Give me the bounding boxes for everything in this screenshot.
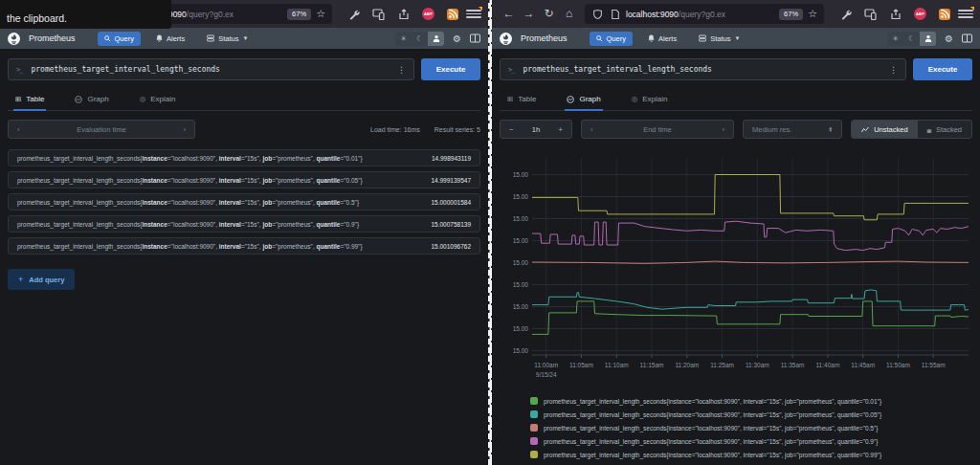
promql-input[interactable]: >_ prometheus_target_interval_length_sec…	[8, 58, 414, 80]
prometheus-logo	[8, 33, 20, 45]
chevron-right-icon[interactable]: ›	[184, 125, 187, 134]
graph-icon	[75, 96, 82, 103]
table-row[interactable]: prometheus_target_interval_length_second…	[8, 171, 480, 188]
nav-alerts-button[interactable]: Alerts	[641, 32, 683, 46]
table-row[interactable]: prometheus_target_interval_length_second…	[8, 215, 480, 232]
evaluation-time-input[interactable]: ‹ Evaluation time ›	[8, 120, 195, 139]
theme-toggle: ☀ ☾	[887, 32, 936, 46]
range-decrease-button[interactable]: −	[509, 125, 513, 134]
tab-table[interactable]: ⊞Table	[13, 91, 46, 111]
svg-text:15.00: 15.00	[513, 259, 529, 266]
devices-icon[interactable]	[864, 8, 877, 20]
rss-icon[interactable]	[447, 9, 458, 20]
reload-button[interactable]: ↻	[539, 4, 559, 24]
page-info-icon[interactable]	[609, 8, 621, 20]
menu-icon[interactable]	[466, 7, 481, 22]
zoom-level-badge[interactable]: 67%	[779, 9, 803, 20]
docs-icon[interactable]	[962, 30, 972, 47]
range-value: 1h	[532, 125, 540, 134]
theme-auto-button[interactable]	[920, 32, 936, 46]
legend-item[interactable]: prometheus_target_interval_length_second…	[530, 451, 972, 458]
promql-text: prometheus_target_interval_length_second…	[523, 65, 711, 74]
range-increase-button[interactable]: +	[559, 125, 563, 134]
table-icon: ⊞	[507, 95, 513, 103]
load-time-text: Load time: 16ms	[370, 126, 420, 133]
kebab-menu-icon[interactable]: ⋮	[889, 65, 898, 75]
legend-item[interactable]: prometheus_target_interval_length_second…	[530, 410, 972, 418]
theme-dark-button[interactable]: ☾	[412, 32, 428, 46]
adblock-plus-icon[interactable]: ABP	[914, 8, 926, 20]
bookmark-star-icon[interactable]: ☆	[316, 8, 325, 20]
legend-item[interactable]: prometheus_target_interval_length_second…	[530, 424, 972, 432]
result-series-text: Result series: 5	[434, 126, 480, 133]
forward-button[interactable]: →	[519, 4, 539, 24]
bell-icon	[648, 34, 655, 42]
table-row[interactable]: prometheus_target_interval_length_second…	[8, 193, 480, 210]
promql-input[interactable]: >_ prometheus_target_interval_length_sec…	[500, 58, 906, 80]
theme-light-button[interactable]: ☀	[395, 32, 412, 46]
wrench-icon[interactable]	[839, 8, 852, 20]
settings-gear-icon[interactable]: ⚙	[453, 33, 461, 44]
svg-text:15.00: 15.00	[513, 171, 529, 178]
legend-swatch	[530, 451, 538, 458]
end-time-input[interactable]: ‹ End time ›	[581, 120, 734, 139]
tab-graph[interactable]: Graph	[565, 91, 602, 111]
tab-table[interactable]: ⊞Table	[505, 91, 538, 111]
wrench-icon[interactable]	[347, 8, 360, 20]
nav-query-button[interactable]: Query	[590, 32, 633, 46]
status-icon	[207, 34, 214, 42]
tab-graph[interactable]: Graph	[73, 91, 110, 111]
tab-explain[interactable]: ◎Explain	[138, 91, 178, 111]
extension-icons: ABP	[839, 8, 950, 20]
legend-label: prometheus_target_interval_length_second…	[544, 398, 881, 405]
docs-icon[interactable]	[470, 30, 480, 47]
promql-text: prometheus_target_interval_length_second…	[31, 65, 219, 74]
time-series-chart[interactable]: 11:00am11:05am11:10am11:15am11:20am11:25…	[500, 150, 972, 386]
table-row[interactable]: prometheus_target_interval_length_second…	[8, 237, 480, 255]
add-query-button[interactable]: +Add query	[8, 269, 75, 290]
theme-dark-button[interactable]: ☾	[903, 32, 920, 46]
nav-status-menu[interactable]: Status▼	[692, 32, 746, 46]
execute-button[interactable]: Execute	[913, 58, 972, 80]
nav-query-button[interactable]: Query	[98, 32, 141, 46]
adblock-plus-icon[interactable]: ABP	[422, 8, 434, 20]
kebab-menu-icon[interactable]: ⋮	[397, 65, 406, 75]
home-button[interactable]: ⌂	[559, 4, 579, 24]
tab-explain[interactable]: ◎Explain	[630, 91, 670, 111]
browser-toolbar: ← → ↻ ⌂ localhost:9090/query?g0.ex 67% ☆…	[492, 0, 980, 28]
graph-icon	[567, 96, 574, 103]
chevron-right-icon[interactable]: ›	[722, 125, 724, 134]
menu-icon[interactable]	[958, 7, 973, 22]
legend-item[interactable]: prometheus_target_interval_length_second…	[530, 397, 972, 405]
devices-icon[interactable]	[372, 8, 385, 20]
bookmark-star-icon[interactable]: ☆	[808, 8, 817, 20]
rss-icon[interactable]	[939, 9, 950, 20]
theme-auto-button[interactable]	[428, 32, 444, 46]
url-bar[interactable]: localhost:9090/query?g0.ex 67% ☆	[585, 4, 824, 24]
shield-icon[interactable]	[591, 8, 604, 20]
nav-alerts-button[interactable]: Alerts	[149, 32, 191, 46]
nav-status-menu[interactable]: Status▼	[200, 32, 255, 46]
stacked-button[interactable]: ▄Stacked	[918, 121, 971, 138]
chevron-left-icon[interactable]: ‹	[17, 125, 20, 134]
svg-text:9/15/24: 9/15/24	[536, 371, 557, 378]
resolution-select[interactable]: Medium res. ▲▼	[743, 120, 842, 139]
settings-gear-icon[interactable]: ⚙	[945, 33, 953, 44]
share-icon[interactable]	[397, 8, 410, 20]
series-value: 14.999139547	[421, 177, 471, 184]
unstacked-button[interactable]: Unstacked	[852, 121, 917, 138]
legend-item[interactable]: prometheus_target_interval_length_second…	[530, 437, 972, 445]
browser-window-left: the clipboard. ← → ↻ ⌂ localhost:9090/qu…	[0, 0, 488, 465]
back-button[interactable]: ←	[499, 4, 519, 24]
share-icon[interactable]	[889, 8, 902, 20]
svg-text:11:40am: 11:40am	[815, 362, 839, 368]
execute-button[interactable]: Execute	[421, 58, 480, 80]
zoom-level-badge[interactable]: 67%	[287, 9, 311, 20]
plus-icon: +	[18, 275, 23, 284]
stacked-icon: ▄	[927, 126, 931, 132]
theme-light-button[interactable]: ☀	[887, 32, 903, 46]
app-title: Prometheus	[29, 33, 76, 43]
chevron-left-icon[interactable]: ‹	[590, 125, 593, 134]
range-input[interactable]: − 1h +	[500, 120, 572, 139]
table-row[interactable]: prometheus_target_interval_length_second…	[8, 149, 480, 166]
